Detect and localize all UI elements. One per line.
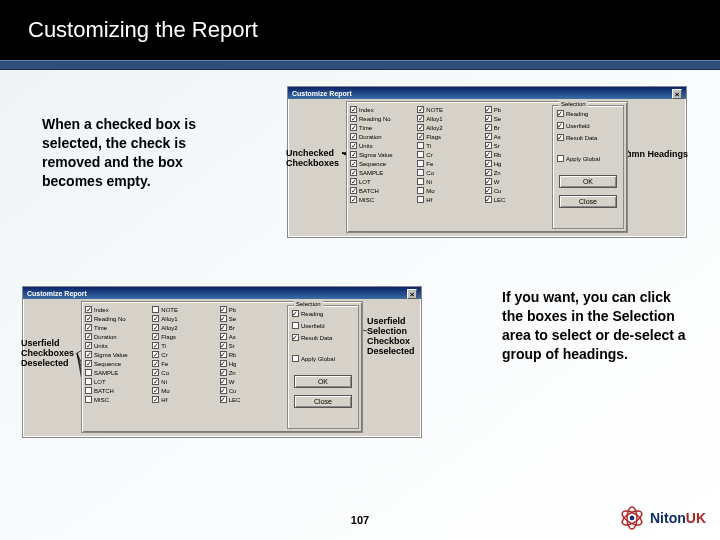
field-checkbox[interactable]: MISC [85,395,150,404]
selection-reading-checkbox[interactable]: Reading [292,309,354,318]
ok-button[interactable]: OK [294,375,352,388]
field-checkbox[interactable]: Duration [85,332,150,341]
field-checkbox[interactable]: BATCH [85,386,150,395]
window-title: Customize Report [292,90,352,97]
field-checkbox[interactable]: Alloy2 [152,323,217,332]
field-checkbox[interactable]: Index [85,305,150,314]
field-checkbox[interactable]: LOT [85,377,150,386]
selection-resultdata-checkbox[interactable]: Result Data [557,133,619,142]
field-checkbox[interactable]: Ni [417,177,482,186]
field-checkbox[interactable]: Time [350,123,415,132]
field-checkbox[interactable]: Pb [485,105,550,114]
field-checkbox[interactable]: LOT [350,177,415,186]
field-checkbox[interactable]: W [220,377,285,386]
selection-reading-checkbox[interactable]: Reading [557,109,619,118]
ok-button[interactable]: OK [559,175,617,188]
field-checkbox[interactable]: Hf [417,195,482,204]
field-checkbox[interactable]: BATCH [350,186,415,195]
annotation-userfield-deselected: Userfield Checkboxes Deselected [21,339,77,369]
slide-title: Customizing the Report [28,17,258,43]
checkbox-col-1: IndexReading NoTimeDurationUnitsSigma Va… [85,305,150,429]
field-checkbox[interactable]: As [485,132,550,141]
field-checkbox[interactable]: LEC [485,195,550,204]
field-checkbox[interactable]: Co [152,368,217,377]
field-checkbox[interactable]: Se [220,314,285,323]
window-title: Customize Report [27,290,87,297]
field-checkbox[interactable]: W [485,177,550,186]
field-checkbox[interactable]: NOTE [152,305,217,314]
field-checkbox[interactable]: Cu [485,186,550,195]
field-checkbox[interactable]: Ni [152,377,217,386]
checkbox-col-2: NOTEAlloy1Alloy2FlagsTiCrFeCoNiMoHf [152,305,217,429]
window-titlebar: Customize Report × [288,87,686,99]
close-icon[interactable]: × [407,289,417,299]
dialog-panel: IndexReading NoTimeDurationUnitsSigma Va… [81,301,363,433]
field-checkbox[interactable]: Alloy1 [417,114,482,123]
field-checkbox[interactable]: Hg [220,359,285,368]
field-checkbox[interactable]: Mo [152,386,217,395]
close-icon[interactable]: × [672,89,682,99]
field-checkbox[interactable]: Hg [485,159,550,168]
field-checkbox[interactable]: Br [220,323,285,332]
close-button[interactable]: Close [294,395,352,408]
field-checkbox[interactable]: SAMPLE [350,168,415,177]
svg-point-19 [630,516,635,521]
field-checkbox[interactable]: Flags [152,332,217,341]
checkbox-col-3: PbSeBrAsSrRbHgZnWCuLEC [220,305,285,429]
field-checkbox[interactable]: Br [485,123,550,132]
brand-text: NitonUK [650,510,706,526]
field-checkbox[interactable]: Flags [417,132,482,141]
field-checkbox[interactable]: Se [485,114,550,123]
field-checkbox[interactable]: Alloy2 [417,123,482,132]
dialog-panel: IndexReading NoTimeDurationUnitsSigma Va… [346,101,628,233]
selection-group: Selection Reading Userfield Result Data … [287,305,359,429]
field-checkbox[interactable]: Pb [220,305,285,314]
field-checkbox[interactable]: Duration [350,132,415,141]
selection-userfield-checkbox[interactable]: Userfield [557,121,619,130]
selection-group-label: Selection [294,301,323,307]
field-checkbox[interactable]: Sigma Value [350,150,415,159]
selection-group: Selection Reading Userfield Result Data … [552,105,624,229]
field-checkbox[interactable]: Cr [152,350,217,359]
field-checkbox[interactable]: Sr [220,341,285,350]
field-checkbox[interactable]: Time [85,323,150,332]
field-checkbox[interactable]: Fe [417,159,482,168]
logo: NitonUK [618,506,706,530]
field-checkbox[interactable]: As [220,332,285,341]
checkbox-col-3: PbSeBrAsSrRbHgZnWCuLEC [485,105,550,229]
field-checkbox[interactable]: Zn [485,168,550,177]
field-checkbox[interactable]: MISC [350,195,415,204]
screenshot-2: Customize Report × Userfield Checkboxes … [22,286,422,438]
field-checkbox[interactable]: SAMPLE [85,368,150,377]
field-checkbox[interactable]: Rb [485,150,550,159]
field-checkbox[interactable]: Cr [417,150,482,159]
checkbox-col-1: IndexReading NoTimeDurationUnitsSigma Va… [350,105,415,229]
field-checkbox[interactable]: Sigma Value [85,350,150,359]
field-checkbox[interactable]: Ti [152,341,217,350]
checkbox-col-2: NOTEAlloy1Alloy2FlagsTiCrFeCoNiMoHf [417,105,482,229]
selection-userfield-checkbox[interactable]: Userfield [292,321,354,330]
field-checkbox[interactable]: Cu [220,386,285,395]
field-checkbox[interactable]: Alloy1 [152,314,217,323]
field-checkbox[interactable]: NOTE [417,105,482,114]
field-checkbox[interactable]: Zn [220,368,285,377]
field-checkbox[interactable]: Sequence [85,359,150,368]
field-checkbox[interactable]: Sequence [350,159,415,168]
field-checkbox[interactable]: Units [350,141,415,150]
field-checkbox[interactable]: Ti [417,141,482,150]
field-checkbox[interactable]: Index [350,105,415,114]
field-checkbox[interactable]: Mo [417,186,482,195]
field-checkbox[interactable]: Hf [152,395,217,404]
apply-global-checkbox[interactable]: Apply Global [292,354,354,363]
field-checkbox[interactable]: Co [417,168,482,177]
field-checkbox[interactable]: LEC [220,395,285,404]
field-checkbox[interactable]: Reading No [85,314,150,323]
field-checkbox[interactable]: Reading No [350,114,415,123]
apply-global-checkbox[interactable]: Apply Global [557,154,619,163]
selection-resultdata-checkbox[interactable]: Result Data [292,333,354,342]
field-checkbox[interactable]: Sr [485,141,550,150]
field-checkbox[interactable]: Rb [220,350,285,359]
field-checkbox[interactable]: Units [85,341,150,350]
close-button[interactable]: Close [559,195,617,208]
field-checkbox[interactable]: Fe [152,359,217,368]
